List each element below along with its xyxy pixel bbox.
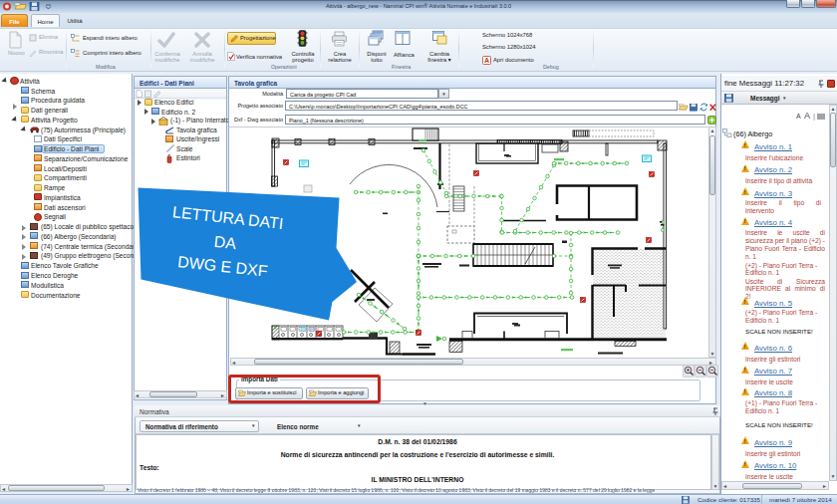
svg-text:A: A xyxy=(484,57,489,64)
